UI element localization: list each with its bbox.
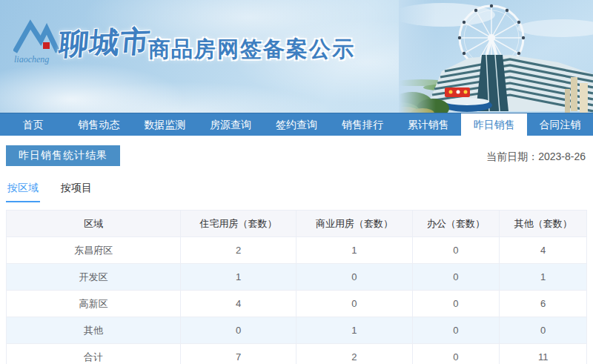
column-header-commercial: 商业用房（套数）: [296, 211, 412, 237]
cell-office: 0: [412, 264, 500, 291]
current-date: 当前日期：2023-8-26: [486, 150, 586, 164]
section-title: 昨日销售统计结果: [6, 145, 120, 166]
cell-residential: 4: [180, 291, 296, 317]
current-date-value: 2023-8-26: [538, 150, 586, 162]
column-header-residential: 住宅用房（套数）: [180, 211, 296, 237]
nav-item-contract-cancellation[interactable]: 合同注销: [527, 113, 593, 136]
ferris-wheel-building-photo: [399, 0, 593, 113]
nav-item-cumulative-sales[interactable]: 累计销售: [395, 113, 461, 136]
table-row-gaoxinqu: 高新区 4 0 0 6: [7, 291, 587, 317]
cell-commercial: 1: [296, 237, 412, 264]
cell-other: 1: [500, 264, 587, 291]
cell-other: 6: [500, 291, 587, 317]
city-name-calligraphy: 聊城市: [57, 21, 152, 64]
column-header-office: 办公（套数）: [412, 211, 500, 237]
cell-residential: 7: [180, 344, 296, 364]
nav-item-signing-query[interactable]: 签约查询: [264, 113, 330, 136]
table-header-row: 区域 住宅用房（套数） 商业用房（套数） 办公（套数） 其他（套数）: [7, 211, 587, 237]
cell-office: 0: [412, 237, 500, 264]
cell-commercial: 1: [296, 317, 412, 344]
cell-region: 合计: [7, 344, 181, 364]
site-title: 商品房网签备案公示: [148, 35, 355, 64]
column-header-other: 其他（套数）: [500, 211, 587, 237]
cell-commercial: 2: [296, 344, 412, 364]
nav-item-data-monitoring[interactable]: 数据监测: [132, 113, 198, 136]
table-row-dongchangfu: 东昌府区 2 1 0 4: [7, 237, 587, 264]
nav-item-sales-ranking[interactable]: 销售排行: [329, 113, 395, 136]
cell-residential: 0: [180, 317, 296, 344]
cell-office: 0: [412, 317, 500, 344]
main-nav: 首页 销售动态 数据监测 房源查询 签约查询 销售排行 累计销售 昨日销售 合同…: [0, 113, 593, 136]
tab-by-project[interactable]: 按项目: [59, 179, 93, 202]
cell-office: 0: [412, 344, 500, 364]
cell-other: 0: [500, 317, 587, 344]
svg-text:liaocheng: liaocheng: [14, 54, 49, 64]
cell-residential: 1: [180, 264, 296, 291]
liaocheng-logo-icon[interactable]: liaocheng: [13, 19, 62, 68]
cell-residential: 2: [180, 237, 296, 264]
nav-item-home[interactable]: 首页: [0, 113, 66, 136]
cell-other: 4: [500, 237, 587, 264]
cell-office: 0: [412, 291, 500, 317]
cell-region: 开发区: [7, 264, 181, 291]
nav-item-listing-query[interactable]: 房源查询: [198, 113, 264, 136]
cell-region: 东昌府区: [7, 237, 181, 264]
cell-commercial: 0: [296, 264, 412, 291]
cell-other: 11: [500, 344, 587, 364]
table-row-kaifaqu: 开发区 1 0 0 1: [7, 264, 587, 291]
cell-region: 其他: [7, 317, 181, 344]
column-header-region: 区域: [7, 211, 181, 237]
tab-by-region[interactable]: 按区域: [6, 179, 40, 202]
table-row-other: 其他 0 1 0 0: [7, 317, 587, 344]
main-content: 昨日销售统计结果 当前日期：2023-8-26 按区域 按项目 区域 住宅用房（…: [0, 136, 593, 364]
sales-stats-table: 区域 住宅用房（套数） 商业用房（套数） 办公（套数） 其他（套数） 东昌府区 …: [6, 210, 587, 364]
cell-region: 高新区: [7, 291, 181, 317]
site-header: liaocheng 聊城市 商品房网签备案公示: [0, 0, 593, 113]
view-tabs: 按区域 按项目: [6, 179, 587, 202]
cell-commercial: 0: [296, 291, 412, 317]
nav-item-yesterday-sales[interactable]: 昨日销售: [461, 113, 527, 136]
current-date-label: 当前日期：: [486, 150, 538, 162]
nav-item-sales-dynamics[interactable]: 销售动态: [66, 113, 132, 136]
table-row-total: 合计 7 2 0 11: [7, 344, 587, 364]
